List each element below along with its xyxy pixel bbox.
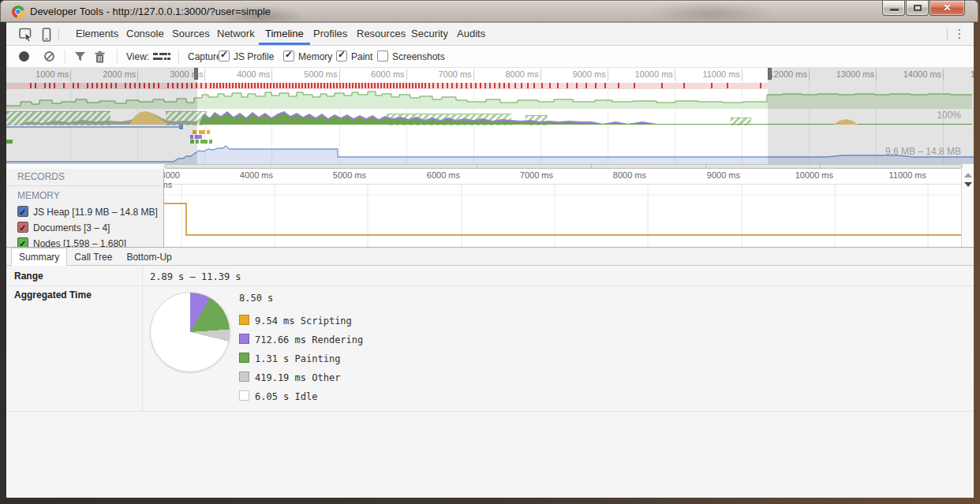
tab-network[interactable]: Network — [215, 23, 256, 45]
paint-checkbox-box[interactable] — [336, 50, 347, 62]
long-frame-mark — [418, 83, 420, 88]
long-frame-mark — [421, 83, 423, 88]
long-frame-mark — [484, 83, 486, 88]
overview-ruler-label: 11000 ms — [702, 69, 740, 79]
detail-tab-call-tree[interactable]: Call Tree — [67, 248, 119, 267]
tab-sources[interactable]: Sources — [170, 23, 211, 45]
scroll-up-icon[interactable] — [964, 173, 972, 177]
long-frame-mark — [305, 83, 306, 88]
long-frame-mark — [229, 83, 230, 88]
tab-audits[interactable]: Audits — [455, 23, 487, 45]
tab-elements[interactable]: Elements — [74, 23, 120, 45]
record-mark — [207, 130, 210, 134]
long-frame-mark — [412, 83, 413, 88]
long-frame-mark — [387, 83, 388, 88]
device-toolbar-icon[interactable] — [39, 28, 54, 42]
scripting-swatch — [239, 315, 249, 325]
overview-tick — [675, 70, 675, 80]
long-frame-mark — [437, 83, 439, 88]
long-frame-mark — [415, 83, 417, 88]
screenshots-label: Screenshots — [392, 51, 445, 62]
overflow-menu-icon[interactable]: ⋮ — [953, 26, 966, 42]
record-mark — [209, 140, 212, 144]
long-frame-mark — [333, 83, 335, 88]
long-frame-mark — [260, 83, 262, 88]
long-frame-mark — [585, 83, 587, 88]
record-mark — [200, 140, 208, 144]
tab-resources[interactable]: Resources — [355, 23, 407, 45]
long-frame-mark — [618, 83, 619, 88]
long-frame-mark — [355, 83, 357, 88]
inspect-element-icon[interactable] — [19, 28, 33, 42]
overview-ruler-label: 9000 ms — [573, 69, 606, 79]
long-frame-mark — [514, 83, 516, 88]
long-frame-mark — [461, 83, 462, 88]
total-time: 8.50 s — [239, 293, 273, 305]
long-frame-mark — [270, 83, 271, 88]
legend-text: 6.05 s Idle — [255, 391, 317, 402]
long-frame-mark — [241, 83, 243, 88]
clear-button[interactable] — [44, 51, 54, 62]
timeline-overview[interactable]: 1000 ms2000 ms3000 ms4000 ms5000 ms6000 … — [6, 68, 974, 165]
close-button[interactable] — [930, 1, 965, 16]
long-frame-mark — [346, 83, 347, 88]
window-titlebar[interactable]: Developer Tools - http://127.0.0.1:3000/… — [0, 0, 978, 22]
long-frame-mark — [352, 83, 353, 88]
long-frame-mark — [251, 83, 252, 88]
long-frame-mark — [380, 83, 382, 88]
long-frame-mark — [232, 83, 234, 88]
long-frame-mark — [257, 83, 259, 88]
long-frame-mark — [567, 83, 568, 88]
capture-screenshots-checkbox[interactable]: Screenshots — [377, 50, 445, 63]
js-profile-checkbox-box[interactable] — [219, 50, 230, 62]
scroll-down-icon[interactable] — [964, 182, 972, 187]
long-frame-mark — [289, 83, 290, 88]
filter-icon[interactable] — [74, 51, 86, 62]
long-frame-mark — [213, 83, 215, 88]
tab-console[interactable]: Console — [125, 23, 166, 45]
long-frame-mark — [595, 83, 597, 88]
counter-label: Nodes [1,598 – 1,680] — [33, 238, 126, 247]
legend-scripting: 9.54 ms Scripting — [239, 315, 352, 327]
long-frame-mark — [339, 83, 341, 88]
tab-timeline[interactable]: Timeline — [264, 23, 305, 45]
counter-js[interactable]: JS Heap [11.9 MB – 14.8 MB] — [6, 204, 163, 220]
view-label: View: — [126, 51, 149, 62]
long-frame-mark — [301, 83, 303, 88]
long-frame-mark — [576, 83, 578, 88]
long-frame-mark — [503, 83, 505, 88]
detail-tab-summary[interactable]: Summary — [11, 248, 67, 266]
summary-pane: Range 2.89 s – 11.39 s Aggregated Time 8… — [6, 266, 974, 498]
long-frame-mark — [342, 83, 344, 88]
long-frame-mark — [760, 83, 761, 88]
js-checkbox[interactable] — [17, 206, 28, 217]
counter-nodes[interactable]: Nodes [1,598 – 1,680] — [6, 236, 163, 247]
capture-paint-checkbox[interactable]: Paint — [336, 50, 372, 63]
maximize-button[interactable] — [906, 1, 929, 16]
capture-js-profile-checkbox[interactable]: JS Profile — [219, 50, 274, 63]
tab-security[interactable]: Security — [410, 23, 450, 45]
long-frame-mark — [216, 83, 218, 88]
view-mode-icon[interactable] — [153, 53, 170, 61]
memory-counters-chart[interactable]: 3000 ms4000 ms5000 ms6000 ms7000 ms8000 … — [164, 169, 961, 247]
nodes-checkbox[interactable] — [17, 237, 28, 247]
trash-icon[interactable] — [95, 51, 105, 63]
long-frame-mark — [361, 83, 363, 88]
documents-checkbox[interactable] — [17, 222, 28, 233]
long-frame-mark — [368, 83, 369, 88]
record-button[interactable] — [19, 51, 29, 62]
memory-checkbox-box[interactable] — [283, 50, 294, 62]
long-frame-mark — [282, 83, 284, 88]
long-frame-mark — [425, 83, 426, 88]
minimize-button[interactable] — [882, 1, 905, 16]
tab-profiles[interactable]: Profiles — [312, 23, 349, 45]
counter-documents[interactable]: Documents [3 – 4] — [6, 220, 163, 236]
screenshots-checkbox-box[interactable] — [377, 50, 388, 62]
selection-handle-left[interactable] — [194, 68, 198, 80]
capture-memory-checkbox[interactable]: Memory — [283, 50, 332, 63]
window-controls — [881, 1, 965, 16]
selection-handle-right[interactable] — [768, 68, 772, 80]
long-frame-mark — [365, 83, 366, 88]
detail-tab-bottom-up[interactable]: Bottom-Up — [119, 248, 178, 267]
records-scrollbar[interactable] — [961, 169, 974, 247]
